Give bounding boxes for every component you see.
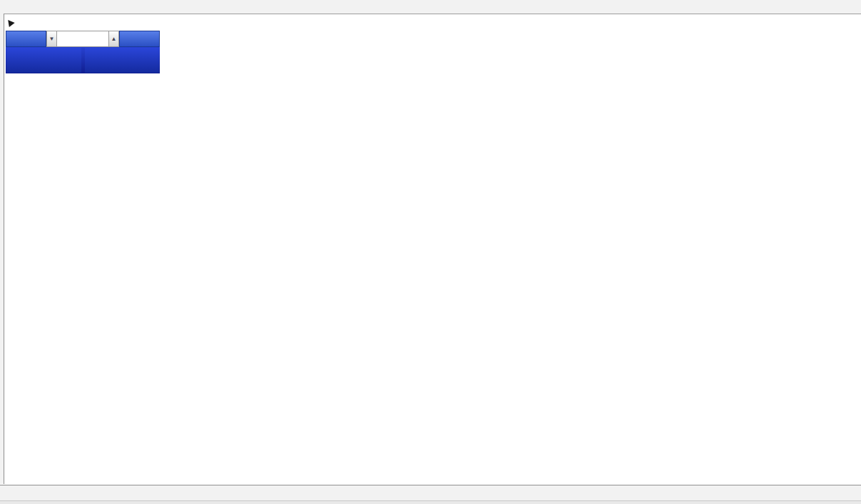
- status-bar: [0, 500, 861, 504]
- trade-panel-toggle-icon[interactable]: [5, 18, 14, 27]
- volume-decrease-button[interactable]: ▼: [46, 31, 57, 47]
- sell-button[interactable]: [6, 31, 46, 47]
- chart-title: [6, 18, 16, 27]
- window-left-edge: [0, 14, 4, 484]
- chart-tab-bar: [0, 485, 861, 500]
- mt4-window: ▼ ▲: [0, 0, 861, 504]
- buy-price-display[interactable]: [85, 48, 160, 73]
- volume-input[interactable]: [57, 31, 108, 47]
- buy-button[interactable]: [119, 31, 160, 47]
- volume-increase-button[interactable]: ▲: [108, 31, 119, 47]
- timeframe-toolbar: [0, 0, 861, 14]
- chart-canvas[interactable]: [0, 14, 861, 484]
- one-click-trade-panel: ▼ ▲: [6, 31, 160, 73]
- sell-price-display[interactable]: [6, 48, 81, 73]
